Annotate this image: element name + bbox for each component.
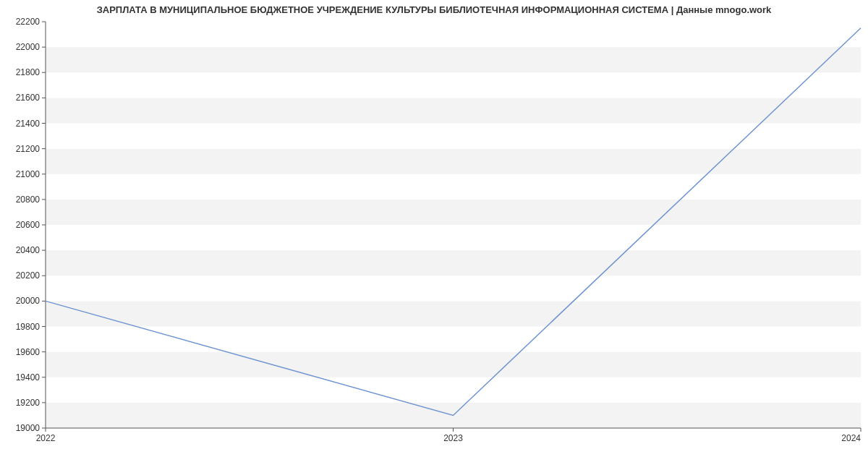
y-tick-label: 19000	[16, 423, 41, 433]
grid-band	[46, 98, 861, 123]
grid-band	[46, 22, 861, 47]
y-tick-label: 20600	[16, 220, 41, 230]
grid-band	[46, 327, 861, 352]
grid-band	[46, 149, 861, 174]
y-tick-label: 20200	[16, 270, 41, 281]
grid-band	[46, 301, 861, 326]
y-tick-label: 21800	[16, 67, 41, 77]
y-tick-label: 20000	[16, 296, 41, 306]
y-tick-label: 19400	[16, 372, 41, 383]
grid-band	[46, 72, 861, 98]
grid-band	[46, 275, 861, 301]
y-tick-label: 22000	[16, 42, 41, 52]
y-tick-label: 19200	[16, 398, 41, 408]
grid-band	[46, 174, 861, 200]
x-tick-label: 2022	[36, 433, 56, 443]
y-tick-label: 20800	[16, 195, 41, 205]
y-tick-label: 21000	[16, 169, 41, 179]
grid-band	[46, 352, 861, 377]
salary-line-chart: ЗАРПЛАТА В МУНИЦИПАЛЬНОЕ БЮДЖЕТНОЕ УЧРЕЖ…	[0, 0, 868, 470]
grid-band	[46, 47, 861, 72]
grid-band	[46, 250, 861, 275]
grid-band	[46, 377, 861, 403]
y-tick-label: 21200	[16, 144, 41, 154]
y-tick-label: 21400	[16, 119, 41, 129]
y-tick-label: 19600	[16, 347, 41, 357]
chart-svg: 1900019200194001960019800200002020020400…	[0, 0, 868, 470]
y-tick-label: 21600	[16, 93, 41, 103]
y-tick-label: 19800	[16, 322, 41, 332]
y-tick-label: 20400	[16, 245, 41, 255]
x-tick-label: 2024	[841, 433, 861, 443]
x-tick-label: 2023	[443, 433, 463, 443]
grid-band	[46, 200, 861, 225]
y-tick-label: 22200	[16, 17, 41, 27]
grid-band	[46, 225, 861, 250]
